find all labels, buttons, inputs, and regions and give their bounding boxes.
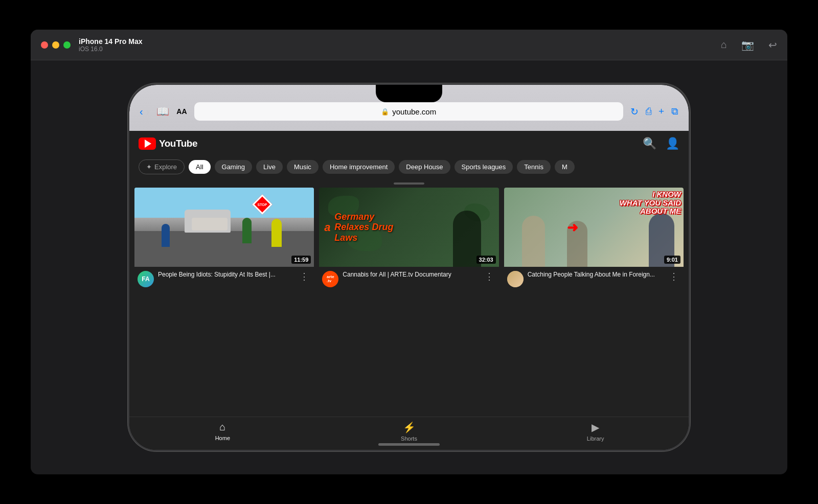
- deep-house-pill[interactable]: Deep House: [399, 160, 450, 174]
- header-icons: 🔍 👤: [643, 137, 679, 150]
- compass-icon: ✦: [146, 163, 152, 171]
- add-tab-icon[interactable]: +: [658, 106, 664, 117]
- account-icon[interactable]: 👤: [666, 137, 679, 150]
- title-bar: iPhone 14 Pro Max iOS 16.0 ⌂ 📷 ↩: [31, 30, 787, 60]
- more-pill[interactable]: M: [555, 160, 575, 174]
- explore-pill[interactable]: ✦ Explore: [139, 159, 185, 174]
- refresh-icon[interactable]: ↻: [630, 106, 639, 118]
- music-pill[interactable]: Music: [287, 160, 319, 174]
- toolbar-icons: ⌂ 📷 ↩: [721, 39, 777, 51]
- home-indicator: [378, 443, 440, 446]
- scroll-indicator: [394, 182, 424, 185]
- forward-button[interactable]: ›: [146, 106, 150, 118]
- video-meta-1: FA People Being Idiots: Stupidity At Its…: [134, 267, 314, 291]
- video-info-3: Catching People Talking About Me in Fore…: [528, 271, 663, 279]
- video-card-1[interactable]: STOP 11:59: [134, 188, 314, 291]
- phone-container: ‹ › 📖 AA 🔒 youtube.com ↻ ⎙ +: [31, 60, 787, 474]
- video-more-2[interactable]: ⋮: [483, 271, 496, 282]
- video-card-2[interactable]: a GermanyRelaxes DrugLaws 32:03 arte.tv: [319, 188, 498, 291]
- phone-screen: ‹ › 📖 AA 🔒 youtube.com ↻ ⎙ +: [129, 85, 689, 450]
- url-bar[interactable]: 🔒 youtube.com: [194, 102, 623, 121]
- video-title-3: Catching People Talking About Me in Fore…: [528, 271, 663, 279]
- safari-actions: ↻ ⎙ + ⧉: [630, 106, 678, 118]
- power-button: [689, 174, 690, 210]
- home-icon[interactable]: ⌂: [721, 39, 727, 51]
- vol-up-button: [128, 162, 129, 187]
- bookmarks-icon[interactable]: 📖: [156, 105, 169, 118]
- close-button[interactable]: [41, 41, 48, 49]
- library-nav-icon: ▶: [592, 421, 599, 433]
- screenshot-icon[interactable]: 📷: [741, 39, 754, 51]
- thumbnail-2: a GermanyRelaxes DrugLaws 32:03: [319, 188, 498, 267]
- tennis-pill[interactable]: Tennis: [517, 160, 551, 174]
- device-os: iOS 16.0: [79, 45, 721, 53]
- thumb-scene-1: STOP: [134, 188, 314, 267]
- lock-icon: 🔒: [381, 108, 389, 116]
- video-title-2: Cannabis for All | ARTE.tv Documentary: [343, 271, 478, 279]
- thumbnail-3: ➜ I KNOWWHAT YOU SAIDABOUT ME 9:01: [504, 188, 684, 267]
- font-size-button[interactable]: AA: [176, 107, 187, 116]
- maximize-button[interactable]: [63, 41, 71, 49]
- channel-avatar-2: arte.tv: [322, 271, 338, 287]
- video-info-2: Cannabis for All | ARTE.tv Documentary: [343, 271, 478, 279]
- tabs-icon[interactable]: ⧉: [671, 106, 678, 117]
- device-info: iPhone 14 Pro Max iOS 16.0: [79, 37, 721, 53]
- search-icon[interactable]: 🔍: [643, 137, 656, 150]
- youtube-app: YouTube 🔍 👤 ✦ Explore All: [129, 131, 689, 450]
- device-name: iPhone 14 Pro Max: [79, 37, 721, 45]
- explore-label: Explore: [154, 163, 177, 171]
- safari-nav: ‹ › 📖 AA 🔒 youtube.com ↻ ⎙ +: [140, 102, 678, 121]
- video-more-1[interactable]: ⋮: [298, 271, 311, 282]
- video-title-1: People Being Idiots: Stupidity At Its Be…: [158, 271, 293, 279]
- video-meta-3: Catching People Talking About Me in Fore…: [504, 267, 684, 291]
- duration-badge-3: 9:01: [664, 256, 680, 264]
- rotate-icon[interactable]: ↩: [768, 39, 777, 51]
- duration-badge-2: 32:03: [476, 256, 496, 264]
- all-pill[interactable]: All: [189, 160, 210, 174]
- home-improvement-pill[interactable]: Home improvement: [323, 160, 395, 174]
- channel-avatar-1: FA: [138, 271, 154, 287]
- youtube-logo-icon: [139, 138, 156, 150]
- duration-badge-1: 11:59: [291, 256, 311, 264]
- minimize-button[interactable]: [52, 41, 59, 49]
- vol-down-button: [128, 195, 129, 220]
- video-meta-2: arte.tv Cannabis for All | ARTE.tv Docum…: [319, 267, 498, 291]
- play-icon: [145, 140, 151, 148]
- categories-bar: ✦ Explore All Gaming Live Music Home imp…: [129, 156, 689, 179]
- home-nav-icon: ⌂: [219, 421, 225, 433]
- youtube-header: YouTube 🔍 👤: [129, 131, 689, 156]
- home-nav-label: Home: [215, 435, 230, 441]
- nav-shorts[interactable]: ⚡ Shorts: [316, 421, 503, 442]
- thumbnail-1: STOP 11:59: [134, 188, 314, 267]
- shorts-nav-icon: ⚡: [403, 421, 416, 433]
- nav-library[interactable]: ▶ Library: [502, 421, 689, 442]
- video-row: STOP 11:59: [134, 188, 684, 291]
- traffic-lights: [41, 41, 71, 49]
- shorts-nav-label: Shorts: [401, 436, 417, 442]
- nav-arrows: ‹ ›: [140, 106, 149, 118]
- url-text: youtube.com: [392, 107, 436, 116]
- library-nav-label: Library: [587, 436, 604, 442]
- phone-frame: ‹ › 📖 AA 🔒 youtube.com ↻ ⎙ +: [128, 83, 690, 451]
- youtube-logo-text: YouTube: [159, 138, 197, 149]
- video-grid: STOP 11:59: [129, 179, 689, 417]
- mac-window: iPhone 14 Pro Max iOS 16.0 ⌂ 📷 ↩ ‹: [31, 30, 787, 474]
- gaming-pill[interactable]: Gaming: [215, 160, 253, 174]
- notch: [376, 85, 442, 102]
- sports-leagues-pill[interactable]: Sports leagues: [455, 160, 513, 174]
- nav-home[interactable]: ⌂ Home: [129, 421, 316, 442]
- channel-avatar-3: [507, 271, 524, 287]
- live-pill[interactable]: Live: [256, 160, 283, 174]
- video-more-3[interactable]: ⋮: [667, 271, 680, 282]
- video-card-3[interactable]: ➜ I KNOWWHAT YOU SAIDABOUT ME 9:01: [504, 188, 684, 291]
- video-info-1: People Being Idiots: Stupidity At Its Be…: [158, 271, 293, 279]
- share-icon[interactable]: ⎙: [646, 106, 651, 117]
- back-button[interactable]: ‹: [140, 106, 143, 118]
- youtube-logo: YouTube: [139, 138, 197, 150]
